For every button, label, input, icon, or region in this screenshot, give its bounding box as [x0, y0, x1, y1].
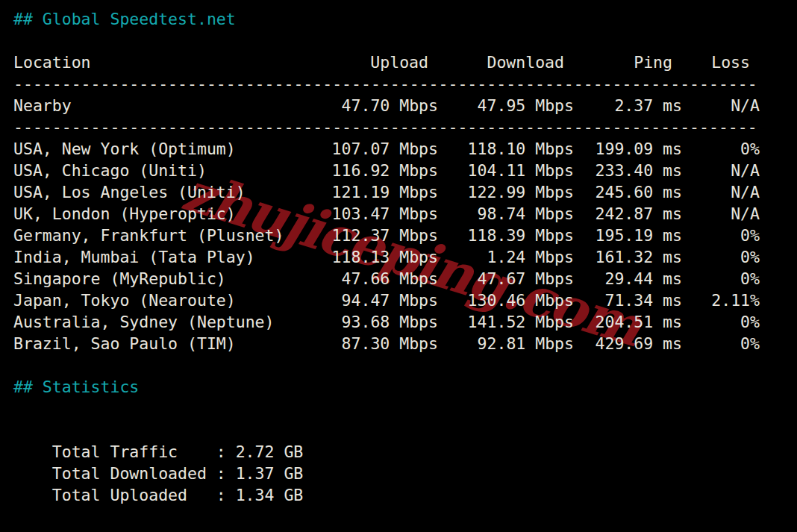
blank-line — [13, 30, 760, 51]
cell-download: 118.10 Mbps — [438, 138, 574, 160]
table-row: Germany, Frankfurt (Plusnet) 112.37 Mbps… — [13, 225, 760, 246]
cell-download: 130.46 Mbps — [438, 290, 574, 311]
cell-download: 1.24 Mbps — [438, 246, 574, 268]
cell-upload: 94.47 Mbps — [290, 290, 438, 311]
cell-download: 98.74 Mbps — [438, 203, 574, 225]
cell-location: Singapore (MyRepublic) — [13, 268, 290, 290]
table-row-nearby: Nearby 47.70 Mbps 47.95 Mbps 2.37 ms N/A — [13, 95, 760, 116]
column-header-location: Location — [13, 51, 290, 73]
cell-download: 47.67 Mbps — [438, 268, 574, 290]
stat-row-average-loss: Average Loss: 0.30 % — [13, 506, 760, 528]
cell-download: 47.95 Mbps — [438, 95, 574, 116]
cell-ping: 29.44 ms — [574, 268, 682, 290]
cell-loss: 0% — [682, 138, 760, 160]
stat-row-total-uploaded: Total Uploaded: 1.34 GB — [13, 463, 760, 484]
column-header-download: Download — [438, 51, 574, 73]
cell-loss: 0% — [682, 311, 760, 333]
cell-location: Japan, Tokyo (Nearoute) — [13, 290, 290, 311]
terminal-window: ## Global Speedtest.net Location Upload … — [0, 0, 797, 532]
table-header-row: Location Upload Download Ping Loss — [13, 51, 760, 73]
cell-location: India, Mumbai (Tata Play) — [13, 246, 290, 268]
table-row: Japan, Tokyo (Nearoute) 94.47 Mbps 130.4… — [13, 290, 760, 311]
table-separator: ----------------------------------------… — [13, 116, 760, 138]
section-title-statistics: ## Statistics — [13, 376, 760, 398]
table-row: UK, London (Hyperoptic) 103.47 Mbps 98.7… — [13, 203, 760, 225]
cell-location: Brazil, Sao Paulo (TIM) — [13, 333, 290, 354]
stat-row-total-traffic: Total Traffic: 2.72 GB — [13, 419, 760, 441]
table-row: Brazil, Sao Paulo (TIM) 87.30 Mbps 92.81… — [13, 333, 760, 354]
cell-download: 104.11 Mbps — [438, 160, 574, 181]
cell-location: USA, Chicago (Uniti) — [13, 160, 290, 181]
blank-line — [13, 398, 760, 419]
cell-ping: 71.34 ms — [574, 290, 682, 311]
cell-ping: 245.60 ms — [574, 181, 682, 203]
cell-loss: 0% — [682, 268, 760, 290]
table-row: USA, New York (Optimum) 107.07 Mbps 118.… — [13, 138, 760, 160]
cell-loss: 2.11% — [682, 290, 760, 311]
table-body: USA, New York (Optimum) 107.07 Mbps 118.… — [13, 138, 760, 354]
stat-label: Average Loss — [52, 528, 216, 532]
cell-loss: N/A — [682, 95, 760, 116]
cell-upload: 116.92 Mbps — [290, 160, 438, 181]
cell-loss: 0% — [682, 333, 760, 354]
table-row: USA, Chicago (Uniti) 116.92 Mbps 104.11 … — [13, 160, 760, 181]
cell-location: USA, Los Angeles (Uniti) — [13, 181, 290, 203]
cell-loss: 0% — [682, 246, 760, 268]
cell-ping: 195.19 ms — [574, 225, 682, 246]
cell-upload: 93.68 Mbps — [290, 311, 438, 333]
cell-ping: 204.51 ms — [574, 311, 682, 333]
table-row: India, Mumbai (Tata Play) 118.13 Mbps 1.… — [13, 246, 760, 268]
cell-location: USA, New York (Optimum) — [13, 138, 290, 160]
cell-download: 122.99 Mbps — [438, 181, 574, 203]
cell-ping: 161.32 ms — [574, 246, 682, 268]
section-title-speedtest: ## Global Speedtest.net — [13, 8, 760, 30]
cell-ping: 242.87 ms — [574, 203, 682, 225]
cell-location: Australia, Sydney (Neptune) — [13, 311, 290, 333]
cell-location: UK, London (Hyperoptic) — [13, 203, 290, 225]
column-header-ping: Ping — [574, 51, 682, 73]
blank-line — [13, 354, 760, 376]
cell-download: 92.81 Mbps — [438, 333, 574, 354]
cell-loss: N/A — [682, 160, 760, 181]
cell-upload: 87.30 Mbps — [290, 333, 438, 354]
blank-line — [13, 484, 760, 506]
cell-upload: 118.13 Mbps — [290, 246, 438, 268]
cell-loss: 0% — [682, 225, 760, 246]
cell-ping: 233.40 ms — [574, 160, 682, 181]
cell-download: 141.52 Mbps — [438, 311, 574, 333]
cell-upload: 121.19 Mbps — [290, 181, 438, 203]
cell-download: 118.39 Mbps — [438, 225, 574, 246]
cell-ping: 199.09 ms — [574, 138, 682, 160]
cell-ping: 429.69 ms — [574, 333, 682, 354]
cell-upload: 112.37 Mbps — [290, 225, 438, 246]
column-header-upload: Upload — [290, 51, 438, 73]
stat-value: 0.30 % — [236, 529, 294, 532]
cell-ping: 2.37 ms — [574, 95, 682, 116]
column-header-loss: Loss — [682, 51, 760, 73]
cell-loss: N/A — [682, 181, 760, 203]
cell-upload: 107.07 Mbps — [290, 138, 438, 160]
cell-loss: N/A — [682, 203, 760, 225]
cell-location: Nearby — [13, 95, 290, 116]
stat-separator: : — [216, 529, 236, 532]
cell-upload: 47.70 Mbps — [290, 95, 438, 116]
stat-row-total-downloaded: Total Downloaded: 1.37 GB — [13, 441, 760, 463]
cell-upload: 47.66 Mbps — [290, 268, 438, 290]
table-row: Singapore (MyRepublic) 47.66 Mbps 47.67 … — [13, 268, 760, 290]
table-row: USA, Los Angeles (Uniti) 121.19 Mbps 122… — [13, 181, 760, 203]
table-row: Australia, Sydney (Neptune) 93.68 Mbps 1… — [13, 311, 760, 333]
cell-location: Germany, Frankfurt (Plusnet) — [13, 225, 290, 246]
table-separator: ----------------------------------------… — [13, 73, 760, 95]
cell-upload: 103.47 Mbps — [290, 203, 438, 225]
